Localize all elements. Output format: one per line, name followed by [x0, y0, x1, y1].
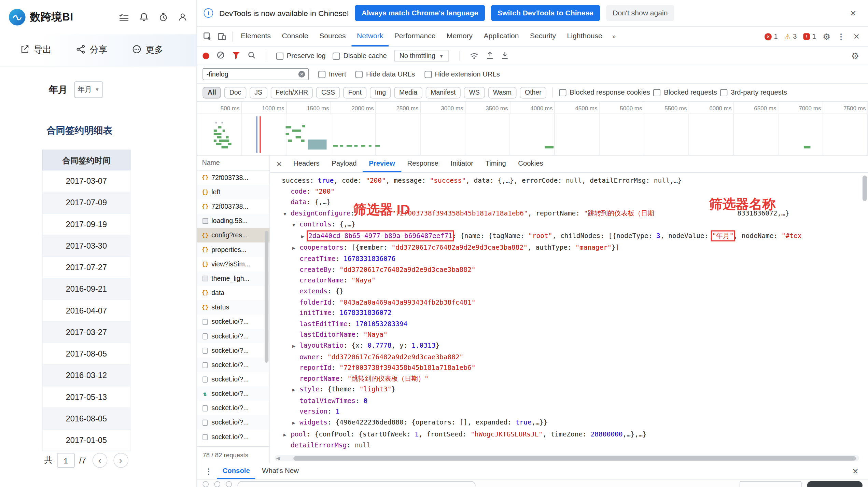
json-tree-line[interactable]: lastEditTime: 1701053283394 — [274, 319, 861, 330]
prev-page-button[interactable]: ‹ — [92, 453, 107, 468]
json-tree-line[interactable]: code: "200" — [274, 186, 861, 197]
tab-elements[interactable]: Elements — [235, 27, 276, 46]
user-icon[interactable] — [178, 12, 187, 22]
bell-icon[interactable] — [139, 12, 149, 22]
json-tree-line[interactable]: totalViewTimes: 0 — [274, 396, 861, 407]
json-tree-line[interactable]: extends: {} — [274, 286, 861, 297]
json-tree-line[interactable]: initTime: 1678331836072 — [274, 308, 861, 319]
request-row[interactable]: socket.io/?... — [197, 343, 269, 358]
table-row[interactable]: 2017-03-30 — [42, 235, 130, 257]
expander-icon[interactable]: ▶ — [292, 385, 299, 396]
export-button[interactable]: 导出 — [20, 44, 51, 56]
filter-chip-js[interactable]: JS — [250, 87, 267, 98]
filter-chip-all[interactable]: All — [202, 87, 221, 98]
error-badge[interactable]: ✕1 — [765, 33, 778, 41]
json-tree-line[interactable]: createBy: "dd3720617c76482a9d2e9d3cae3ba… — [274, 265, 861, 276]
table-row[interactable]: 2017-08-05 — [42, 343, 130, 365]
filter-dropdown[interactable]: 年月 ▼ — [74, 81, 103, 98]
detail-tab-response[interactable]: Response — [401, 156, 445, 172]
table-row[interactable]: 2017-03-07 — [42, 170, 130, 192]
search-icon[interactable] — [248, 51, 256, 61]
filter-chip-wasm[interactable]: Wasm — [488, 87, 517, 98]
console-dark-control[interactable] — [807, 481, 863, 487]
json-tree-line[interactable]: reportId: "72f003738f394358b45b181a718a1… — [274, 363, 861, 374]
tab-network[interactable]: Network — [351, 27, 389, 46]
detail-close-icon[interactable]: ✕ — [271, 160, 287, 168]
filter-chip-other[interactable]: Other — [520, 87, 546, 98]
json-tree-line[interactable]: ▶cooperators: [{member: "dd3720617c76482… — [274, 242, 861, 253]
json-tree-line[interactable]: ▶2da440cd-8b65-4977-b89a-b696487eef71: {… — [274, 231, 861, 242]
network-settings-gear-icon[interactable]: ⚙ — [848, 50, 863, 62]
invert-checkbox[interactable]: Invert — [318, 70, 346, 78]
more-button[interactable]: 更多 — [132, 44, 163, 56]
blocked-response-cookies-checkbox[interactable]: Blocked response cookies — [559, 88, 650, 96]
json-tree-line[interactable]: success: true, code: "200", message: "su… — [274, 176, 861, 186]
table-row[interactable]: 2016-04-07 — [42, 300, 130, 322]
issues-badge[interactable]: !1 — [803, 33, 816, 41]
request-row[interactable]: socket.io/?... — [197, 329, 269, 343]
tasks-icon[interactable] — [118, 13, 129, 22]
record-network-log-icon[interactable] — [202, 53, 209, 59]
hide-data-urls-checkbox[interactable]: Hide data URLs — [355, 70, 415, 78]
tab-memory[interactable]: Memory — [441, 27, 478, 46]
request-row[interactable]: {}view?isSim... — [197, 257, 269, 271]
json-tree-line[interactable]: ▶widgets: {496e422236ded880: {operators:… — [274, 417, 861, 429]
json-tree-line[interactable]: creatorName: "Naya" — [274, 275, 861, 286]
drawer-close-icon[interactable]: ✕ — [847, 464, 864, 477]
expander-icon[interactable]: ▶ — [292, 341, 299, 352]
horizontal-scrollbar-thumb[interactable] — [293, 456, 856, 460]
drawer-kebab-icon[interactable]: ⋮ — [201, 465, 216, 476]
json-tree-line[interactable]: ▼controls: {,…} — [274, 220, 861, 231]
tab-lighthouse[interactable]: Lighthouse — [561, 27, 608, 46]
json-tree-line[interactable]: detailErrorMsg: null — [274, 440, 861, 451]
export-har-icon[interactable] — [486, 51, 494, 61]
expander-icon[interactable]: ▶ — [301, 232, 308, 242]
json-tree-line[interactable]: creatTime: 1678331836076 — [274, 254, 861, 265]
json-tree-line[interactable]: lastEditorName: "Naya" — [274, 330, 861, 340]
expander-icon[interactable]: ▶ — [292, 243, 299, 254]
request-row[interactable]: socket.io/?... — [197, 358, 269, 372]
request-row[interactable]: {}status — [197, 300, 269, 315]
filter-chip-manifest[interactable]: Manifest — [425, 87, 461, 98]
json-tree-line[interactable]: version: 1 — [274, 407, 861, 418]
page-input[interactable] — [57, 453, 75, 468]
drawer-tab-whats-new[interactable]: What's New — [256, 463, 304, 479]
third-party-requests-checkbox[interactable]: 3rd-party requests — [720, 88, 787, 96]
json-tree-line[interactable]: ▶layoutRatio: {x: 0.7778, y: 1.0313} — [274, 340, 861, 352]
filter-chip-fetch-xhr[interactable]: Fetch/XHR — [270, 87, 313, 98]
dont-show-again-button[interactable]: Don't show again — [606, 5, 674, 21]
json-tree-line[interactable]: folderId: "043a2a0a469a43a993434fb2b38fc… — [274, 297, 861, 308]
request-row[interactable]: socket.io/?... — [197, 315, 269, 329]
notice-close-icon[interactable]: ✕ — [845, 6, 861, 20]
drawer-tab-console[interactable]: Console — [217, 463, 255, 479]
horizontal-scrollbar[interactable]: ◀ — [275, 455, 859, 461]
device-toolbar-icon[interactable] — [215, 29, 229, 44]
table-row[interactable]: 2016-09-21 — [42, 278, 130, 300]
detail-tab-cookies[interactable]: Cookies — [512, 156, 549, 172]
request-row[interactable]: ⇅socket.io/?... — [197, 387, 269, 401]
timer-icon[interactable] — [158, 12, 168, 22]
more-tabs-icon[interactable]: » — [608, 33, 620, 41]
tab-console[interactable]: Console — [276, 27, 314, 46]
filter-chip-ws[interactable]: WS — [464, 87, 485, 98]
name-column-header[interactable]: Name — [197, 156, 269, 171]
network-filter-input[interactable] — [207, 70, 295, 78]
filter-chip-doc[interactable]: Doc — [224, 87, 246, 98]
expander-icon[interactable]: ▶ — [283, 429, 291, 440]
request-row[interactable]: {}72f003738... — [197, 170, 269, 185]
request-row[interactable]: {}config?res... — [197, 228, 269, 242]
share-button[interactable]: 分享 — [76, 44, 107, 56]
table-row[interactable]: 2017-01-05 — [42, 430, 130, 451]
scroll-left-icon[interactable]: ◀ — [276, 455, 280, 461]
request-row[interactable]: socket.io/?... — [197, 372, 269, 386]
detail-tab-headers[interactable]: Headers — [287, 156, 325, 172]
kebab-menu-icon[interactable]: ⋮ — [834, 31, 848, 42]
hide-extension-urls-checkbox[interactable]: Hide extension URLs — [424, 70, 500, 78]
throttling-dropdown[interactable]: No throttling▼ — [394, 50, 449, 62]
vertical-scrollbar-thumb[interactable] — [863, 176, 867, 201]
network-overview-timeline[interactable]: 500 ms1000 ms1500 ms2000 ms2500 ms3000 m… — [197, 102, 868, 155]
next-page-button[interactable]: › — [113, 453, 128, 468]
table-row[interactable]: 2017-09-19 — [42, 214, 130, 235]
table-row[interactable]: 2016-03-12 — [42, 365, 130, 386]
disable-cache-checkbox[interactable]: Disable cache — [333, 52, 387, 60]
